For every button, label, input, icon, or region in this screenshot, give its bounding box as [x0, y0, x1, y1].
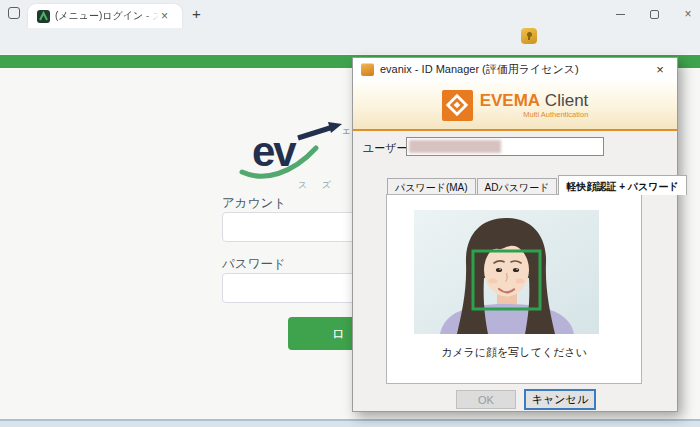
tab-title: (メニュー)ログイン - スズキ校務 evani — [55, 9, 159, 23]
tab-face-auth-password[interactable]: 軽快顔認証 + パスワード — [558, 175, 686, 195]
portrait-blush — [489, 279, 498, 284]
window-maximize-button[interactable] — [644, 6, 664, 22]
browser-tab[interactable]: (メニュー)ログイン - スズキ校務 evani × — [28, 4, 182, 28]
portrait-eye-left — [496, 268, 502, 272]
new-tab-button[interactable]: + — [192, 5, 201, 22]
redacted-username — [409, 140, 501, 153]
brand-tagline: Multi Authentication — [480, 111, 589, 119]
eye-glint — [516, 269, 517, 270]
evanix-logo-text: ev — [252, 128, 295, 176]
brand-suffix: Client — [540, 91, 588, 110]
password-label: パスワード — [222, 256, 286, 273]
close-icon: × — [684, 7, 691, 21]
taskbar-edge — [0, 419, 700, 427]
username-input[interactable] — [406, 137, 604, 156]
tab-password-ma[interactable]: パスワード(MA) — [387, 178, 476, 195]
extension-icon[interactable] — [521, 28, 537, 44]
ok-button[interactable]: OK — [456, 390, 516, 409]
extension-icon-detail — [528, 36, 530, 40]
evema-logo-icon — [442, 90, 473, 121]
app-icon — [361, 63, 374, 76]
camera-hint-text: カメラに顔を写してください — [387, 345, 641, 360]
portrait-blush — [516, 279, 525, 284]
tab-actions-icon — [8, 7, 20, 19]
evema-diamond-icon — [444, 92, 470, 118]
window-close-button[interactable]: × — [678, 6, 698, 22]
tab-actions-button[interactable] — [8, 7, 23, 22]
auth-method-tabs: パスワード(MA) ADパスワード 軽快顔認証 + パスワード — [387, 175, 688, 195]
camera-preview — [414, 210, 599, 334]
screen: (メニュー)ログイン - スズキ校務 evani × + × — [0, 0, 700, 427]
evema-brand-text: EVEMA Client Multi Authentication — [480, 92, 589, 119]
tab-ad-password[interactable]: ADパスワード — [477, 178, 558, 195]
browser-titlebar: (メニュー)ログイン - スズキ校務 evani × + × — [0, 0, 700, 28]
dialog-close-button[interactable]: × — [643, 58, 677, 81]
maximize-icon — [650, 10, 659, 19]
dialog-titlebar[interactable]: evanix - ID Manager (評価用ライセンス) × — [353, 58, 677, 81]
cancel-button[interactable]: キャンセル — [524, 389, 596, 410]
dialog-brand-header: EVEMA Client Multi Authentication — [353, 81, 677, 131]
evanix-logo-ruby: エ — [342, 126, 350, 137]
account-label: アカウント — [222, 195, 286, 212]
logo-subtext: ス ズ — [298, 179, 337, 192]
tab-close-icon[interactable]: × — [161, 10, 168, 22]
window-minimize-button[interactable] — [610, 6, 630, 22]
dialog-title: evanix - ID Manager (評価用ライセンス) — [380, 62, 579, 77]
site-favicon — [37, 10, 50, 23]
browser-toolbar: A) ☆ ⋯ — [0, 28, 700, 54]
portrait-eye-right — [513, 268, 519, 272]
evema-brand: EVEMA Client Multi Authentication — [442, 90, 589, 121]
brand-name: EVEMA — [480, 91, 540, 110]
minimize-icon — [616, 14, 625, 15]
face-auth-panel: カメラに顔を写してください — [386, 194, 642, 384]
id-manager-dialog: evanix - ID Manager (評価用ライセンス) × EVEMA C… — [352, 57, 678, 412]
evanix-logo: ev エ — [236, 122, 366, 186]
eye-glint — [499, 269, 500, 270]
